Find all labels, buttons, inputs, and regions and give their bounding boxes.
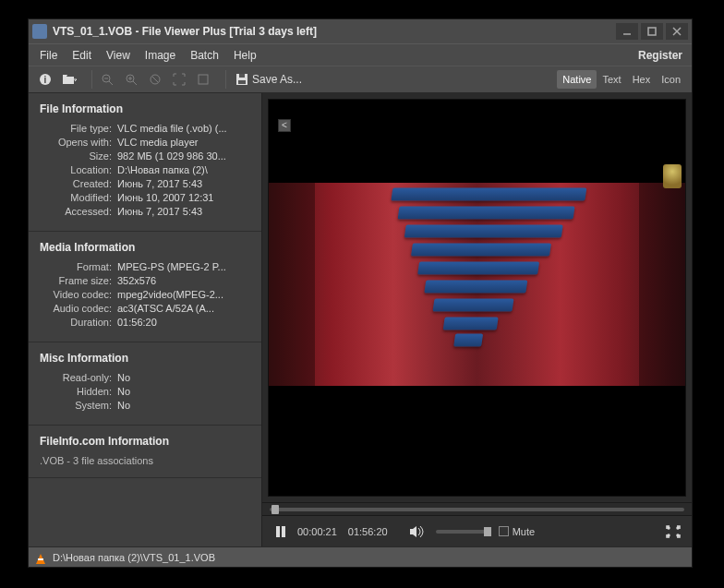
value: ac3(ATSC A/52A (A... xyxy=(112,303,250,314)
value: 01:56:20 xyxy=(112,317,250,328)
video-canvas[interactable] xyxy=(268,99,686,497)
label: Size: xyxy=(40,150,112,162)
minimize-button[interactable] xyxy=(616,23,638,40)
section-title: Misc Information xyxy=(40,352,250,365)
label: Video codec: xyxy=(40,289,112,300)
svg-rect-22 xyxy=(282,526,285,537)
register-button[interactable]: Register xyxy=(631,45,688,66)
mute-label: Mute xyxy=(513,526,535,537)
seek-track[interactable] xyxy=(270,508,684,511)
zoom-in-button[interactable] xyxy=(120,68,142,90)
label: Accessed: xyxy=(40,206,112,217)
value: No xyxy=(112,386,250,397)
misc-information-section: Misc Information Read-only:No Hidden:No … xyxy=(29,342,261,426)
label: Audio codec: xyxy=(40,303,112,314)
value: D:\Новая папка (2)\ xyxy=(112,164,250,175)
section-title: FileInfo.com Information xyxy=(40,435,250,448)
vlc-cone-icon xyxy=(34,551,47,564)
value: No xyxy=(112,400,250,411)
section-title: File Information xyxy=(40,102,250,115)
label: Location: xyxy=(40,164,112,175)
svg-marker-23 xyxy=(410,526,416,537)
info-button[interactable]: i xyxy=(34,68,56,90)
svg-rect-1 xyxy=(648,28,656,35)
label: Created: xyxy=(40,178,112,189)
svg-rect-17 xyxy=(199,75,208,84)
svg-point-25 xyxy=(677,527,679,529)
mute-toggle[interactable]: Mute xyxy=(499,526,535,537)
menu-image[interactable]: Image xyxy=(138,45,183,66)
menu-help[interactable]: Help xyxy=(226,45,264,66)
label: Hidden: xyxy=(40,386,112,397)
menu-edit[interactable]: Edit xyxy=(65,45,99,66)
seek-thumb[interactable] xyxy=(272,505,279,514)
floppy-icon xyxy=(235,73,248,86)
save-as-label: Save As... xyxy=(252,73,302,86)
content-area: File Information File type:VLC media fil… xyxy=(29,93,692,546)
svg-point-27 xyxy=(668,534,670,536)
label: Modified: xyxy=(40,192,112,203)
statusbar: D:\Новая папка (2)\VTS_01_1.VOB xyxy=(29,546,692,567)
file-information-section: File Information File type:VLC media fil… xyxy=(29,93,261,232)
value: mpeg2video(MPEG-2... xyxy=(112,289,250,300)
value: Июнь 10, 2007 12:31 xyxy=(112,192,250,203)
fit-button[interactable] xyxy=(192,68,214,90)
viewmode-icon[interactable]: Icon xyxy=(656,70,686,89)
value: VLC media player xyxy=(112,137,250,148)
close-button[interactable] xyxy=(666,23,688,40)
viewmode-native[interactable]: Native xyxy=(557,70,597,89)
zoom-out-button[interactable] xyxy=(96,68,118,90)
open-folder-button[interactable] xyxy=(58,68,80,90)
zoom-reset-button[interactable] xyxy=(144,68,166,90)
svg-marker-7 xyxy=(63,75,67,77)
section-title: Media Information xyxy=(40,241,250,254)
toolbar: i Save As... Native Text Hex Icon xyxy=(29,66,692,93)
svg-rect-19 xyxy=(238,80,246,84)
decorative-sprite xyxy=(663,164,682,188)
label: File type: xyxy=(40,123,112,134)
titlebar: VTS_01_1.VOB - File Viewer Plus [Trial 3… xyxy=(29,19,692,43)
svg-point-26 xyxy=(677,534,679,536)
value: 982 МБ (1 029 986 30... xyxy=(112,150,250,162)
value: VLC media file (.vob) (... xyxy=(112,123,250,134)
svg-rect-6 xyxy=(63,77,74,84)
volume-slider[interactable] xyxy=(436,530,491,534)
app-icon xyxy=(32,24,47,39)
window-title: VTS_01_1.VOB - File Viewer Plus [Trial 3… xyxy=(53,25,613,38)
app-window: VTS_01_1.VOB - File Viewer Plus [Trial 3… xyxy=(28,18,693,568)
menu-batch[interactable]: Batch xyxy=(183,45,226,66)
value: 352x576 xyxy=(112,275,250,286)
main-panel: 00:00:21 01:56:20 Mute xyxy=(261,93,692,546)
value: No xyxy=(112,372,250,383)
menubar: File Edit View Image Batch Help Register xyxy=(29,43,692,66)
pause-button[interactable] xyxy=(270,521,292,543)
label: Frame size: xyxy=(40,275,112,286)
volume-thumb[interactable] xyxy=(484,527,491,536)
svg-rect-20 xyxy=(239,74,245,78)
label: Read-only: xyxy=(40,372,112,383)
total-time: 01:56:20 xyxy=(348,526,388,537)
fileinfo-link[interactable]: .VOB - 3 file associations xyxy=(40,455,250,466)
status-path: D:\Новая папка (2)\VTS_01_1.VOB xyxy=(53,552,215,563)
viewmode-hex[interactable]: Hex xyxy=(627,70,657,89)
save-as-button[interactable]: Save As... xyxy=(230,71,308,88)
viewmode-text[interactable]: Text xyxy=(597,70,626,89)
value: Июнь 7, 2017 5:43 xyxy=(112,178,250,189)
media-information-section: Media Information Format:MPEG-PS (MPEG-2… xyxy=(29,232,261,342)
maximize-button[interactable] xyxy=(641,23,663,40)
fullscreen-button[interactable] xyxy=(168,68,190,90)
volume-icon[interactable] xyxy=(406,521,428,543)
menu-file[interactable]: File xyxy=(32,45,65,66)
label: System: xyxy=(40,400,112,411)
collapse-sidebar-button[interactable]: < xyxy=(278,119,291,132)
info-sidebar: File Information File type:VLC media fil… xyxy=(29,93,261,546)
expand-button[interactable] xyxy=(662,521,684,543)
svg-text:i: i xyxy=(44,75,47,85)
menu-view[interactable]: View xyxy=(99,45,138,66)
svg-line-14 xyxy=(133,81,137,85)
seek-bar[interactable] xyxy=(262,502,692,515)
label: Format: xyxy=(40,261,112,272)
svg-line-16 xyxy=(152,77,158,82)
player-controls: 00:00:21 01:56:20 Mute xyxy=(262,515,692,546)
mute-checkbox[interactable] xyxy=(499,526,509,536)
